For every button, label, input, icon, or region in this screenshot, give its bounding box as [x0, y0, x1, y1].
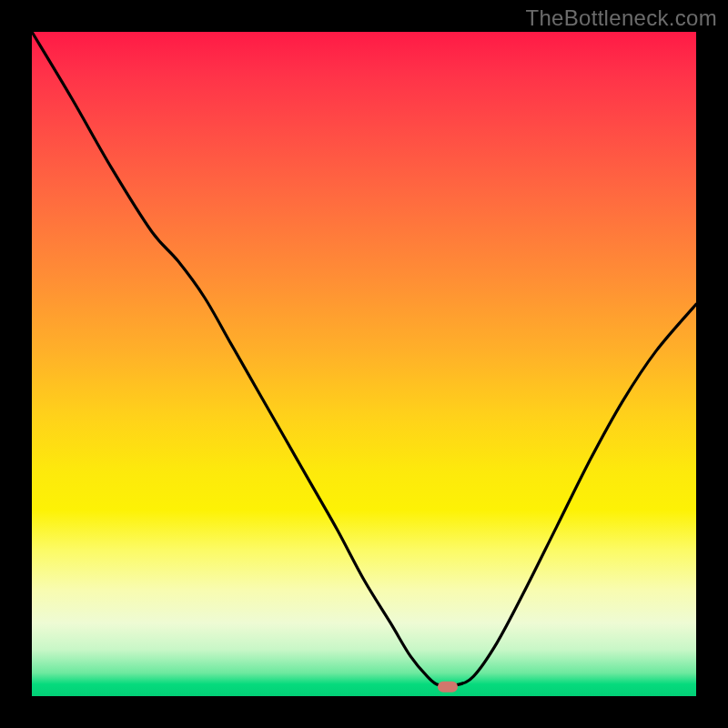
watermark-text: TheBottleneck.com — [525, 5, 717, 31]
optimum-marker — [438, 682, 458, 693]
chart-frame: TheBottleneck.com — [0, 0, 728, 728]
plot-area — [32, 32, 696, 696]
bottleneck-curve — [32, 32, 696, 686]
curve-svg — [32, 32, 696, 696]
